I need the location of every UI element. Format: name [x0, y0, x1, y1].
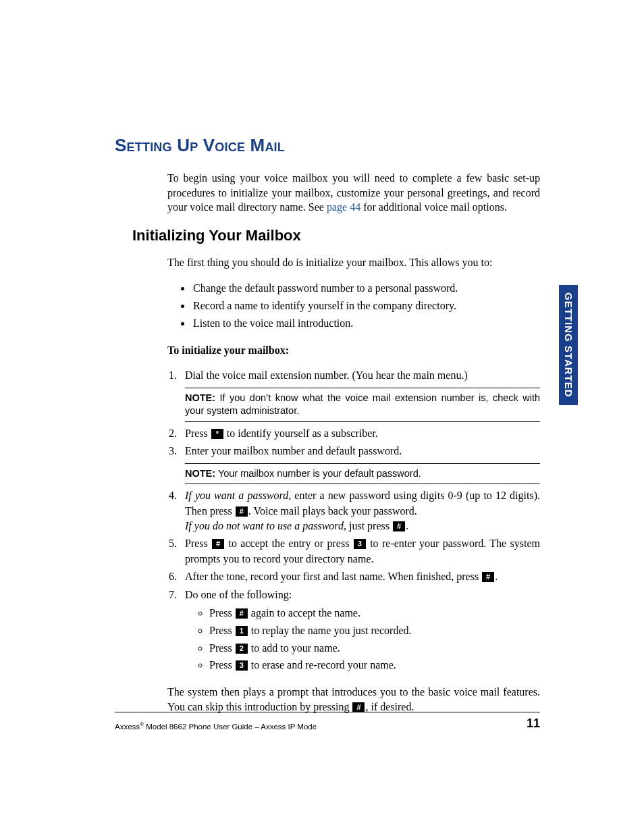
step-item: After the tone, record your first and la…	[180, 569, 540, 584]
footer-text: Model 8662 Phone User Guide – Axxess IP …	[144, 723, 317, 731]
page-footer: Axxess® Model 8662 Phone User Guide – Ax…	[115, 712, 540, 731]
three-key-icon: 3	[354, 539, 366, 549]
sub-bullet-item: Press # again to accept the name.	[209, 605, 540, 622]
step-text: . Voice mail plays back your password.	[248, 505, 417, 517]
sub-text: to add to your name.	[248, 642, 340, 654]
subsection-heading: Initializing Your Mailbox	[132, 227, 540, 244]
hash-key-icon: #	[212, 539, 224, 549]
note-label: NOTE:	[185, 392, 215, 403]
step-text: to identify yourself as a subscriber.	[224, 427, 378, 439]
page-number: 11	[527, 716, 540, 731]
sub-text: again to accept the name.	[248, 607, 360, 619]
step-text: After the tone, record your first and la…	[185, 571, 481, 582]
bullet-item: Change the default password number to a …	[192, 280, 540, 297]
one-key-icon: 1	[236, 626, 248, 636]
paragraph: The first thing you should do is initial…	[167, 255, 540, 270]
step-text: to accept the entry or press	[225, 538, 353, 549]
page-link[interactable]: page 44	[327, 201, 360, 213]
note-box: NOTE: Your mailbox number is your defaul…	[185, 463, 540, 485]
step-item: Enter your mailbox number and default pa…	[180, 444, 540, 484]
intro-text-2: for additional voice mail options.	[360, 201, 507, 213]
hash-key-icon: #	[393, 521, 405, 531]
step-item: Dial the voice mail extension number. (Y…	[180, 368, 540, 422]
two-key-icon: 2	[236, 644, 248, 654]
section-tab: GETTING STARTED	[559, 285, 578, 405]
hash-key-icon: #	[352, 702, 365, 712]
step-text: Enter your mailbox number and default pa…	[185, 445, 402, 457]
three-key-icon: 3	[236, 660, 248, 671]
closing-paragraph: The system then plays a prompt that intr…	[167, 685, 540, 714]
sub-text: Press	[209, 642, 235, 654]
step-item: Press * to identify yourself as a subscr…	[180, 426, 540, 441]
step-italic: If you want a password,	[185, 490, 291, 501]
star-key-icon: *	[211, 429, 223, 439]
step-text: Press	[185, 538, 211, 549]
step-item: If you want a password, enter a new pass…	[180, 488, 540, 533]
intro-paragraph: To begin using your voice mailbox you wi…	[167, 171, 540, 215]
bullet-item: Listen to the voice mail introduction.	[192, 315, 540, 332]
step-list: Dial the voice mail extension number. (Y…	[167, 368, 540, 674]
section-heading: Setting Up Voice Mail	[115, 135, 540, 156]
punct: .	[406, 520, 408, 531]
sub-text: Press	[209, 659, 235, 671]
step-text: Dial the voice mail extension number. (Y…	[185, 369, 468, 381]
sub-bullet-item: Press 3 to erase and re-record your name…	[209, 657, 540, 674]
step-text: Do one of the following:	[185, 589, 292, 600]
sub-text: Press	[209, 625, 235, 636]
closing-text-after: , if desired.	[365, 701, 414, 712]
sub-bullet-list: Press # again to accept the name. Press …	[196, 605, 540, 674]
sub-bullet-item: Press 2 to add to your name.	[209, 640, 540, 657]
step-item: Press # to accept the entry or press 3 t…	[180, 536, 540, 567]
footer-brand: Axxess	[115, 723, 140, 731]
section-tab-label: GETTING STARTED	[563, 292, 574, 398]
note-text: Your mailbox number is your default pass…	[215, 468, 421, 479]
sub-text: to erase and re-record your name.	[248, 659, 396, 671]
hash-key-icon: #	[482, 572, 494, 582]
hash-key-icon: #	[236, 506, 248, 517]
note-box: NOTE: If you don’t know what the voice m…	[185, 388, 540, 422]
step-text: Press	[185, 427, 211, 439]
sub-text: to replay the name you just recorded.	[248, 625, 412, 636]
bullet-list: Change the default password number to a …	[167, 280, 540, 332]
sub-text: Press	[209, 607, 235, 619]
note-text: If you don’t know what the voice mail ex…	[185, 392, 540, 417]
step-text: just press	[346, 520, 392, 531]
step-italic: If you do not want to use a password,	[185, 520, 346, 531]
procedure-label: To initialize your mailbox:	[167, 343, 540, 358]
note-label: NOTE:	[185, 468, 215, 479]
bullet-item: Record a name to identify yourself in th…	[192, 298, 540, 315]
step-item: Do one of the following: Press # again t…	[180, 588, 540, 675]
punct: .	[495, 571, 498, 582]
hash-key-icon: #	[236, 608, 248, 619]
footer-left: Axxess® Model 8662 Phone User Guide – Ax…	[115, 721, 317, 731]
sub-bullet-item: Press 1 to replay the name you just reco…	[209, 623, 540, 640]
